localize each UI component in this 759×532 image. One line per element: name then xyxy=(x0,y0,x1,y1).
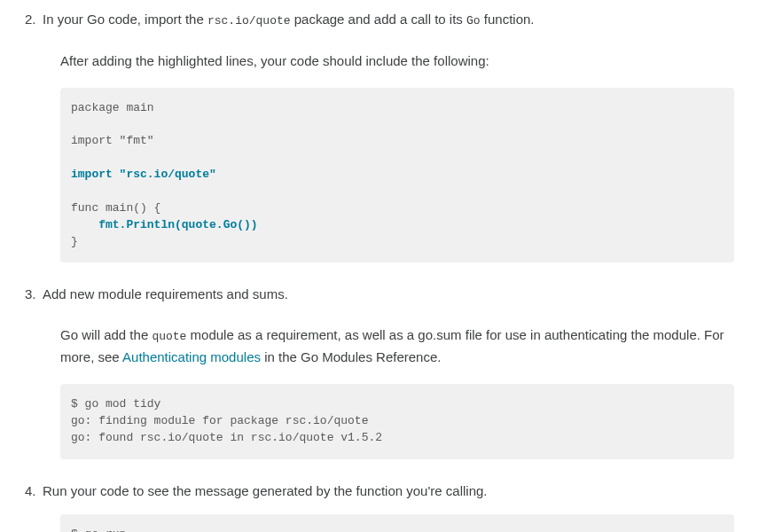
code-line-highlight: fmt.Println(quote.Go()) xyxy=(71,218,258,231)
code-line: func main() { xyxy=(71,201,160,215)
step-3: 3. Add new module requirements and sums.… xyxy=(25,284,734,458)
code-line: } xyxy=(71,235,78,248)
code-block-terminal: $ go mod tidy go: finding module for pac… xyxy=(60,384,734,459)
step-text: Add new module requirements and sums. xyxy=(43,284,734,305)
text-fragment: package and add a call to its xyxy=(291,12,466,27)
code-line-highlight: import "rsc.io/quote" xyxy=(71,168,216,181)
text-fragment: function. xyxy=(481,12,535,27)
step-subtext: After adding the highlighted lines, your… xyxy=(60,51,734,72)
inline-code: quote xyxy=(152,330,186,343)
step-number: 2. xyxy=(25,9,36,30)
inline-code: rsc.io/quote xyxy=(207,14,291,27)
code-block-go: package main import "fmt" import "rsc.io… xyxy=(60,88,734,263)
code-block-terminal: $ go run . Don't communicate by sharing … xyxy=(60,514,734,532)
step-text: In your Go code, import the rsc.io/quote… xyxy=(43,9,734,31)
link-authenticating-modules[interactable]: Authenticating modules xyxy=(122,349,261,364)
text-fragment: In your Go code, import the xyxy=(43,12,207,27)
step-number: 4. xyxy=(25,481,36,502)
step-2: 2. In your Go code, import the rsc.io/qu… xyxy=(25,9,734,262)
inline-code: Go xyxy=(466,14,481,27)
code-line: package main xyxy=(71,101,154,114)
step-number: 3. xyxy=(25,284,36,305)
steps-list: 2. In your Go code, import the rsc.io/qu… xyxy=(25,9,734,532)
text-fragment: in the Go Modules Reference. xyxy=(261,349,441,364)
step-4: 4. Run your code to see the message gene… xyxy=(25,481,734,532)
step-text: Run your code to see the message generat… xyxy=(43,481,734,502)
code-line: import "fmt" xyxy=(71,134,154,147)
step-subtext: Go will add the quote module as a requir… xyxy=(60,325,734,368)
text-fragment: Go will add the xyxy=(60,327,152,342)
